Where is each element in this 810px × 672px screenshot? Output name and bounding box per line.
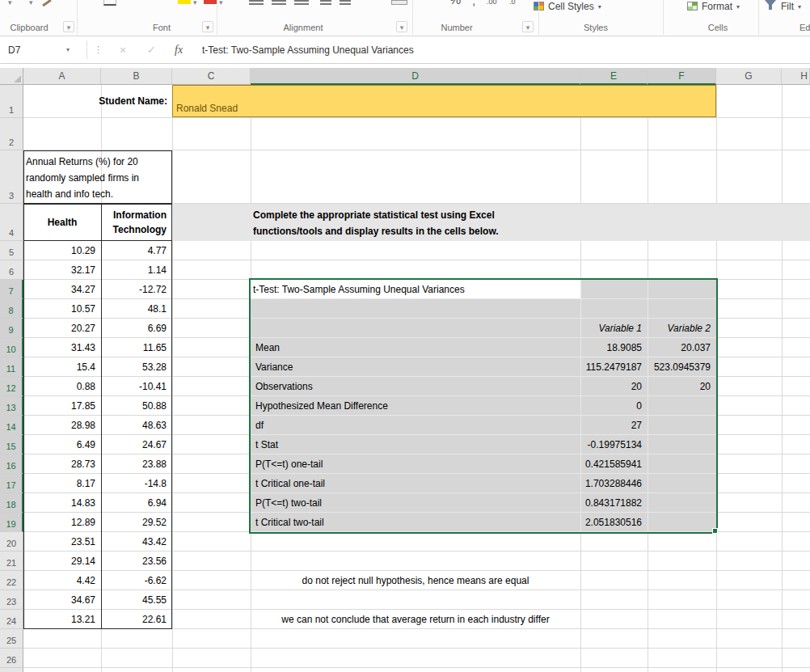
row-header-11[interactable]: 11 bbox=[0, 357, 23, 377]
cell-a19[interactable]: 12.89 bbox=[23, 513, 101, 532]
row-header-8[interactable]: 8 bbox=[0, 299, 23, 319]
font-color-icon[interactable] bbox=[204, 0, 217, 4]
paste-dropdown-icon[interactable]: ▾ bbox=[8, 0, 12, 6]
cell-b13[interactable]: 50.88 bbox=[101, 396, 172, 416]
cell-b9[interactable]: 6.69 bbox=[101, 319, 172, 338]
align-left-icon[interactable] bbox=[249, 0, 264, 5]
column-header-e[interactable]: E bbox=[580, 68, 648, 85]
row-header-22[interactable]: 22 bbox=[0, 571, 23, 590]
cell-b22[interactable]: -6.62 bbox=[101, 571, 172, 590]
cell-a10[interactable]: 31.43 bbox=[23, 338, 101, 357]
cell-b5[interactable]: 4.77 bbox=[101, 241, 172, 260]
comma-style-icon[interactable]: , bbox=[472, 0, 475, 7]
format-painter-icon[interactable] bbox=[42, 0, 52, 6]
cancel-icon[interactable]: × bbox=[120, 36, 126, 63]
row-header-12[interactable]: 12 bbox=[0, 377, 23, 396]
column-header-b[interactable]: B bbox=[101, 68, 172, 85]
cell-a22[interactable]: 4.42 bbox=[23, 571, 101, 590]
cell-a9[interactable]: 20.27 bbox=[23, 319, 101, 338]
enter-icon[interactable]: ✓ bbox=[147, 36, 156, 63]
cell-a12[interactable]: 0.88 bbox=[23, 377, 101, 396]
cell-b16[interactable]: 23.88 bbox=[101, 454, 172, 474]
cell-b18[interactable]: 6.94 bbox=[101, 493, 172, 513]
cell-b23[interactable]: 45.55 bbox=[101, 590, 172, 610]
align-center-icon[interactable] bbox=[272, 0, 286, 5]
row-header-6[interactable]: 6 bbox=[0, 260, 23, 280]
increase-decimal-icon[interactable]: .00 bbox=[487, 0, 497, 6]
row-header-20[interactable]: 20 bbox=[0, 532, 23, 552]
row-header-5[interactable]: 5 bbox=[0, 241, 23, 260]
row-header-2[interactable]: 2 bbox=[0, 118, 23, 150]
row-header-9[interactable]: 9 bbox=[0, 319, 23, 338]
cell-a20[interactable]: 23.51 bbox=[23, 532, 101, 552]
cell-a8[interactable]: 10.57 bbox=[23, 299, 101, 319]
cell-b21[interactable]: 23.56 bbox=[101, 552, 172, 571]
cell-b15[interactable]: 24.67 bbox=[101, 435, 172, 454]
formula-input[interactable]: t-Test: Two-Sample Assuming Unequal Vari… bbox=[202, 36, 414, 63]
cell-b8[interactable]: 48.1 bbox=[101, 299, 172, 319]
column-header-g[interactable]: G bbox=[716, 68, 782, 85]
row-header-10[interactable]: 10 bbox=[0, 338, 23, 357]
row-header-21[interactable]: 21 bbox=[0, 552, 23, 571]
format-button[interactable]: Format ▾ bbox=[687, 1, 740, 12]
font-color-dropdown-icon[interactable]: ▾ bbox=[219, 0, 223, 6]
clipboard-dialog-launcher[interactable]: ▾ bbox=[63, 21, 74, 32]
column-header-a[interactable]: A bbox=[23, 68, 101, 85]
cell-a11[interactable]: 15.4 bbox=[23, 357, 101, 377]
merge-center-icon[interactable] bbox=[391, 0, 407, 5]
cell-b6[interactable]: 1.14 bbox=[101, 260, 172, 280]
percent-style-icon[interactable]: % bbox=[449, 0, 461, 7]
cell-b14[interactable]: 48.63 bbox=[101, 416, 172, 435]
conclusion-cell-1[interactable]: do not reject null hypothesis, hence mea… bbox=[251, 571, 580, 590]
row-header-14[interactable]: 14 bbox=[0, 416, 23, 435]
cell-a18[interactable]: 14.83 bbox=[23, 493, 101, 513]
increase-indent-icon[interactable] bbox=[340, 0, 351, 5]
student-name-label[interactable]: Student Name: bbox=[23, 85, 172, 117]
select-all-corner[interactable] bbox=[0, 68, 23, 85]
student-name-value[interactable]: Ronald Snead bbox=[173, 86, 713, 116]
cell-b7[interactable]: -12.72 bbox=[101, 280, 172, 299]
column-header-d[interactable]: D bbox=[251, 68, 580, 85]
row-header-7[interactable]: 7 bbox=[0, 280, 23, 299]
annual-returns-note[interactable]: Annual Returns (%) for 20 randomly sampl… bbox=[26, 154, 165, 202]
cell-a7[interactable]: 34.27 bbox=[23, 280, 101, 299]
row-header-25[interactable]: 25 bbox=[0, 629, 23, 649]
filter-button[interactable]: Filt ▾ bbox=[781, 1, 801, 12]
decrease-decimal-icon[interactable]: .0 bbox=[509, 0, 516, 6]
cell-a6[interactable]: 32.17 bbox=[23, 260, 101, 280]
align-right-icon[interactable] bbox=[294, 0, 309, 5]
cell-a21[interactable]: 29.14 bbox=[23, 552, 101, 571]
row-header-15[interactable]: 15 bbox=[0, 435, 23, 454]
cell-a24[interactable]: 13.21 bbox=[23, 610, 101, 629]
alignment-dialog-launcher[interactable]: ▾ bbox=[396, 21, 407, 32]
sort-filter-icon[interactable] bbox=[765, 0, 776, 10]
insert-function-icon[interactable]: fx bbox=[175, 36, 183, 63]
cell-b24[interactable]: 22.61 bbox=[101, 610, 172, 629]
column-header-c[interactable]: C bbox=[172, 68, 251, 85]
cell-styles-button[interactable]: Cell Styles ▾ bbox=[534, 1, 601, 12]
cell-a13[interactable]: 17.85 bbox=[23, 396, 101, 416]
row-header-1[interactable]: 1 bbox=[0, 85, 23, 118]
cell-b11[interactable]: 53.28 bbox=[101, 357, 172, 377]
cell-b12[interactable]: -10.41 bbox=[101, 377, 172, 396]
font-dialog-launcher[interactable]: ▾ bbox=[202, 21, 213, 32]
row-header-19[interactable]: 19 bbox=[0, 513, 23, 532]
row-header-24[interactable]: 24 bbox=[0, 610, 23, 629]
column-header-h[interactable]: H bbox=[782, 68, 810, 85]
cell-a5[interactable]: 10.29 bbox=[23, 241, 101, 260]
row-header-3[interactable]: 3 bbox=[0, 150, 23, 204]
number-dialog-launcher[interactable]: ▾ bbox=[522, 21, 534, 32]
cell-b19[interactable]: 29.52 bbox=[101, 513, 172, 532]
decrease-indent-icon[interactable] bbox=[320, 0, 331, 5]
highlight-color-icon[interactable] bbox=[178, 0, 191, 4]
row-header-26[interactable]: 26 bbox=[0, 649, 23, 668]
cell-b17[interactable]: -14.8 bbox=[101, 474, 172, 493]
row-header-13[interactable]: 13 bbox=[0, 396, 23, 416]
name-box-dropdown-icon[interactable]: ▾ bbox=[66, 36, 70, 63]
borders-icon[interactable] bbox=[103, 0, 116, 6]
highlight-color-dropdown-icon[interactable]: ▾ bbox=[193, 0, 197, 6]
cell-a14[interactable]: 28.98 bbox=[23, 416, 101, 435]
infotech-column-header[interactable]: Information Technology bbox=[101, 204, 172, 240]
cell-a15[interactable]: 6.49 bbox=[23, 435, 101, 454]
row-header-17[interactable]: 17 bbox=[0, 474, 23, 493]
